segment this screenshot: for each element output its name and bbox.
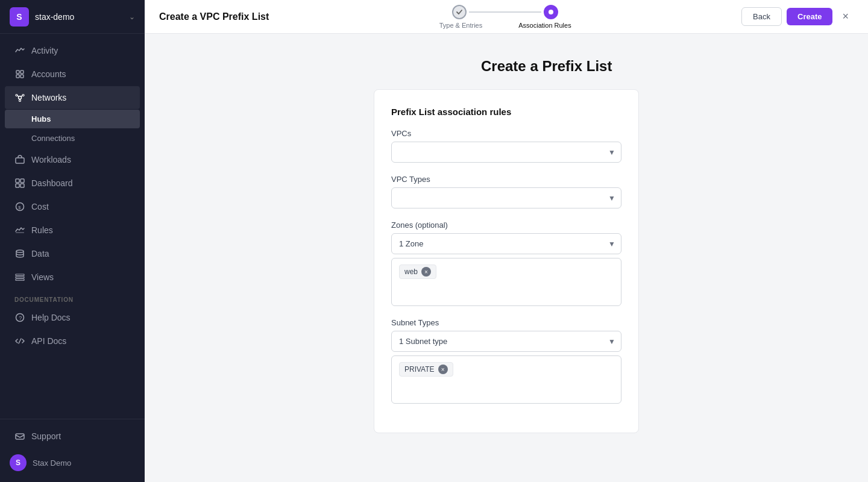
step-2-circle bbox=[544, 5, 558, 19]
vpc-types-select[interactable] bbox=[391, 187, 621, 208]
sidebar-item-accounts-label: Accounts bbox=[31, 69, 66, 79]
sidebar-item-networks[interactable]: Networks bbox=[5, 86, 140, 109]
zones-tag-container: web × bbox=[391, 258, 621, 306]
stepper: Type & Entries Association Rules bbox=[269, 5, 741, 29]
svg-rect-0 bbox=[16, 70, 19, 74]
svg-point-7 bbox=[19, 100, 21, 102]
form-title: Create a Prefix List bbox=[481, 58, 746, 75]
api-icon bbox=[14, 336, 25, 346]
sidebar-item-activity-label: Activity bbox=[31, 46, 58, 55]
svg-point-6 bbox=[22, 95, 24, 96]
zones-tag-web-remove[interactable]: × bbox=[421, 267, 431, 277]
sidebar-logo: S bbox=[10, 7, 29, 27]
back-button[interactable]: Back bbox=[741, 7, 782, 26]
sidebar-item-cost-label: Cost bbox=[31, 202, 49, 211]
sidebar-item-data[interactable]: Data bbox=[5, 242, 140, 265]
sidebar-item-accounts[interactable]: Accounts bbox=[5, 63, 140, 86]
sidebar-item-rules[interactable]: Rules bbox=[5, 219, 140, 242]
sidebar-item-views-label: Views bbox=[31, 272, 54, 282]
avatar: S bbox=[10, 454, 27, 471]
documentation-section-label: DOCUMENTATION bbox=[0, 289, 145, 305]
svg-rect-14 bbox=[16, 184, 19, 187]
vpc-types-group: VPC Types ▼ bbox=[391, 175, 621, 208]
form-card: Prefix List association rules VPCs ▼ VPC… bbox=[374, 89, 639, 433]
zones-label: Zones (optional) bbox=[391, 221, 621, 230]
vpcs-select-wrapper[interactable]: ▼ bbox=[391, 142, 621, 163]
sidebar-item-activity[interactable]: Activity bbox=[5, 39, 140, 62]
sidebar-item-support[interactable]: Support bbox=[5, 425, 140, 448]
sidebar: S stax-demo ⌄ Activity A bbox=[0, 0, 145, 482]
svg-rect-12 bbox=[16, 179, 19, 183]
topbar: Create a VPC Prefix List Type & En bbox=[145, 0, 868, 34]
vpcs-label: VPCs bbox=[391, 129, 621, 138]
vpc-types-select-wrapper[interactable]: ▼ bbox=[391, 187, 621, 208]
create-button[interactable]: Create bbox=[787, 8, 832, 25]
networks-icon bbox=[14, 92, 25, 103]
subnet-tag-private: PRIVATE × bbox=[399, 362, 453, 377]
svg-rect-13 bbox=[20, 179, 24, 183]
zones-select[interactable]: 1 Zone bbox=[391, 233, 621, 254]
sidebar-item-support-label: Support bbox=[31, 431, 61, 441]
page-title: Create a VPC Prefix List bbox=[159, 11, 269, 22]
sidebar-nav: Activity Accounts bbox=[0, 34, 145, 419]
main-content: Create a VPC Prefix List Type & En bbox=[145, 0, 868, 482]
views-icon bbox=[14, 272, 25, 283]
svg-rect-18 bbox=[16, 232, 24, 233]
zones-tag-web-label: web bbox=[404, 268, 418, 276]
subnet-types-label: Subnet Types bbox=[391, 318, 621, 327]
subnet-types-tag-container: PRIVATE × bbox=[391, 355, 621, 404]
step-1-label: Type & Entries bbox=[439, 22, 483, 29]
svg-rect-11 bbox=[16, 158, 24, 163]
sidebar-item-cost[interactable]: $ Cost bbox=[5, 195, 140, 218]
step-line bbox=[469, 11, 541, 13]
subnet-types-select-wrapper[interactable]: 1 Subnet type ▼ bbox=[391, 331, 621, 352]
user-profile[interactable]: S Stax Demo bbox=[0, 448, 145, 477]
subnet-types-select[interactable]: 1 Subnet type bbox=[391, 331, 621, 352]
form-section-title: Prefix List association rules bbox=[391, 107, 621, 117]
workloads-icon bbox=[14, 154, 25, 165]
sidebar-item-api-docs-label: API Docs bbox=[31, 336, 66, 346]
sidebar-item-dashboard-label: Dashboard bbox=[31, 178, 73, 188]
subnet-tag-private-remove[interactable]: × bbox=[438, 365, 448, 374]
topbar-actions: Back Create × bbox=[741, 7, 854, 26]
zones-select-wrapper[interactable]: 1 Zone ▼ bbox=[391, 233, 621, 254]
sidebar-item-help-docs[interactable]: ? Help Docs bbox=[5, 306, 140, 329]
user-name: Stax Demo bbox=[33, 459, 71, 468]
sidebar-item-hubs[interactable]: Hubs bbox=[5, 110, 140, 128]
sidebar-item-api-docs[interactable]: API Docs bbox=[5, 330, 140, 352]
sidebar-item-views[interactable]: Views bbox=[5, 266, 140, 289]
sidebar-header[interactable]: S stax-demo ⌄ bbox=[0, 0, 145, 34]
cost-icon: $ bbox=[14, 201, 25, 212]
sidebar-item-data-label: Data bbox=[31, 249, 49, 258]
sidebar-item-help-docs-label: Help Docs bbox=[31, 313, 71, 322]
sidebar-item-networks-label: Networks bbox=[31, 93, 66, 102]
sidebar-app-name: stax-demo bbox=[35, 12, 123, 22]
step-2-label: Association Rules bbox=[518, 22, 571, 29]
svg-rect-15 bbox=[20, 184, 24, 187]
vpc-types-label: VPC Types bbox=[391, 175, 621, 184]
svg-point-19 bbox=[16, 250, 24, 252]
svg-rect-2 bbox=[16, 75, 19, 78]
svg-text:?: ? bbox=[19, 315, 22, 321]
dashboard-icon bbox=[14, 178, 25, 189]
close-button[interactable]: × bbox=[837, 8, 854, 25]
sidebar-item-dashboard[interactable]: Dashboard bbox=[5, 172, 140, 195]
sidebar-item-hubs-label: Hubs bbox=[31, 114, 51, 124]
svg-rect-1 bbox=[20, 70, 24, 74]
svg-point-5 bbox=[16, 95, 17, 96]
data-icon bbox=[14, 248, 25, 259]
svg-line-25 bbox=[19, 339, 21, 343]
sidebar-item-workloads-label: Workloads bbox=[31, 155, 71, 164]
sidebar-item-connections-label: Connections bbox=[31, 134, 75, 143]
sidebar-item-connections[interactable]: Connections bbox=[5, 129, 140, 148]
zones-tag-web: web × bbox=[399, 264, 436, 279]
sidebar-item-workloads[interactable]: Workloads bbox=[5, 148, 140, 171]
svg-rect-26 bbox=[16, 434, 24, 439]
vpcs-select[interactable] bbox=[391, 142, 621, 163]
svg-text:$: $ bbox=[18, 205, 21, 210]
step-1-circle bbox=[452, 5, 467, 19]
chevron-down-icon: ⌄ bbox=[129, 13, 135, 21]
svg-rect-22 bbox=[16, 279, 24, 281]
sidebar-item-rules-label: Rules bbox=[31, 225, 53, 235]
svg-rect-21 bbox=[16, 277, 24, 278]
